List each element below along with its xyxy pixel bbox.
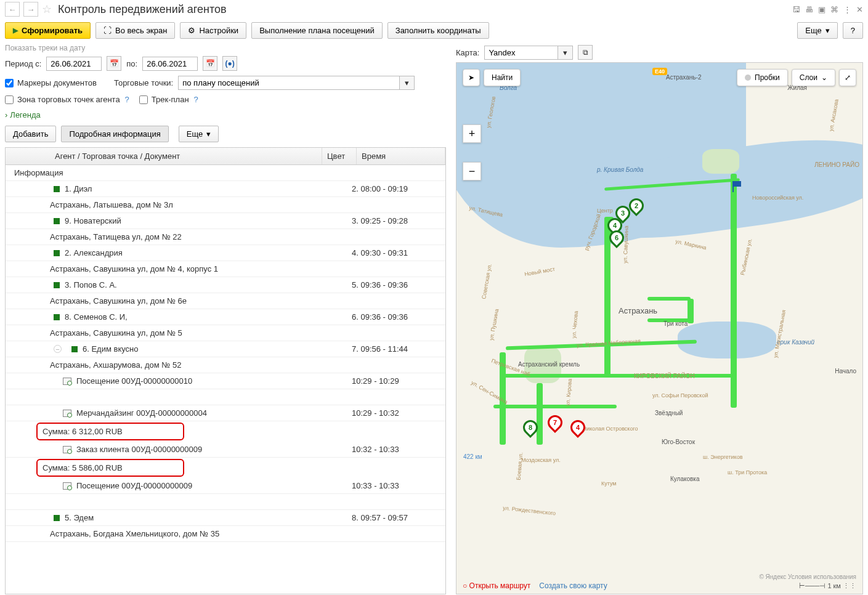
- date-from-input[interactable]: [46, 57, 102, 71]
- fullscreen-button[interactable]: ⛶Во весь экран: [95, 22, 175, 39]
- address-row[interactable]: Астрахань, Савушкина ул, дом № 6е: [6, 293, 445, 309]
- map-label: Юго-Восток: [662, 439, 695, 445]
- report-icon[interactable]: ▣: [818, 5, 825, 14]
- collapse-icon[interactable]: −: [54, 345, 62, 353]
- fullscreen-map-icon[interactable]: ⤢: [839, 69, 856, 86]
- point-name: 5. Эдем: [65, 513, 94, 522]
- traffic-button[interactable]: Пробки: [737, 69, 788, 86]
- calendar-to-icon[interactable]: 📅: [203, 56, 217, 71]
- points-select[interactable]: [178, 76, 400, 90]
- address-text: Астрахань, Савушкина ул, дом № 5: [10, 328, 317, 338]
- blank-row: [6, 389, 445, 405]
- map-provider-select[interactable]: [484, 46, 558, 60]
- time-cell: 4. 09:30 - 09:31: [352, 248, 440, 257]
- map-label: Кулаковка: [670, 476, 700, 482]
- document-row[interactable]: Мерчандайзинг 00УД-0000000000410:29 - 10…: [6, 405, 445, 421]
- markers-checkbox[interactable]: Маркеры документов: [5, 78, 97, 87]
- trackplan-checkbox[interactable]: Трек-план: [139, 95, 189, 104]
- map-label: Кутум: [601, 480, 617, 487]
- open-route-link[interactable]: ○ Открыть маршрут: [463, 581, 530, 590]
- sum-row[interactable]: Сумма: 6 312,00 RUB: [6, 421, 445, 442]
- map-label: Звёздный: [655, 410, 683, 416]
- more-icon[interactable]: ⋮: [843, 5, 851, 14]
- nav-forward[interactable]: →: [23, 2, 38, 17]
- col-time: Время: [357, 148, 445, 164]
- blank-row: [6, 494, 445, 510]
- coords-button[interactable]: Заполнить координаты: [387, 22, 489, 39]
- address-row[interactable]: Астрахань, Савушкина ул, дом № 5: [6, 325, 445, 341]
- col-agent: Агент / Торговая точка / Документ: [6, 148, 322, 164]
- address-row[interactable]: Астрахань, Латышева, дом № 3л: [6, 197, 445, 213]
- table-row[interactable]: 9. Новатерский3. 09:25 - 09:28: [6, 213, 445, 229]
- table-row[interactable]: 8. Семенов С. И,6. 09:36 - 09:36: [6, 309, 445, 325]
- table-row[interactable]: 1. Диэл2. 08:00 - 09:19: [6, 181, 445, 197]
- time-cell: 10:29 - 10:32: [352, 408, 440, 418]
- map-terms: © Яндекс Условия использования: [759, 573, 856, 580]
- map-label: Моздокская ул.: [521, 457, 561, 463]
- zoom-in-button[interactable]: +: [463, 124, 481, 143]
- sum-row[interactable]: Сумма: 5 586,00 RUB: [6, 458, 445, 478]
- agents-grid[interactable]: Агент / Торговая точка / Документ Цвет В…: [5, 147, 446, 594]
- table-row[interactable]: 2. Александрия4. 09:30 - 09:31: [6, 245, 445, 261]
- favorite-star-icon[interactable]: ☆: [42, 2, 52, 16]
- color-marker: [54, 282, 60, 288]
- print-icon[interactable]: 🖶: [805, 5, 813, 14]
- info-row[interactable]: Информация: [6, 165, 445, 181]
- plan-button[interactable]: Выполнение плана посещений: [251, 22, 383, 39]
- map-find-button[interactable]: Найти: [484, 69, 521, 86]
- doc-name: Посещение 00УД-00000000009: [76, 481, 192, 490]
- zone-checkbox[interactable]: Зона торговых точек агента: [5, 95, 120, 104]
- settings-button[interactable]: ⚙Настройки: [180, 22, 246, 39]
- table-row[interactable]: 3. Попов С. А.5. 09:36 - 09:36: [6, 277, 445, 293]
- document-row[interactable]: Посещение 00УД-0000000000910:33 - 10:33: [6, 478, 445, 494]
- nav-back[interactable]: ←: [5, 2, 20, 17]
- create-map-link[interactable]: Создать свою карту: [539, 581, 607, 590]
- address-row[interactable]: Астрахань, Ахшарумова, дом № 52: [6, 357, 445, 373]
- legend-link[interactable]: Легенда: [5, 107, 446, 123]
- document-row[interactable]: Заказ клиента 00УД-0000000000910:32 - 10…: [6, 442, 445, 458]
- details-button[interactable]: Подробная информация: [61, 126, 168, 142]
- document-row[interactable]: Посещение 00УД-0000000001010:29 - 10:29: [6, 373, 445, 389]
- address-text: Астрахань, Татищева ул, дом № 22: [10, 232, 317, 241]
- table-row[interactable]: 5. Эдем8. 09:57 - 09:57: [6, 510, 445, 526]
- color-marker: [54, 218, 60, 224]
- color-marker: [54, 314, 60, 320]
- document-icon: [63, 378, 71, 385]
- provider-dropdown-icon[interactable]: ▾: [558, 46, 573, 60]
- period-to-label: по:: [126, 59, 137, 68]
- address-row[interactable]: Астрахань, Савушкина ул, дом № 4, корпус…: [6, 261, 445, 277]
- map-popout-icon[interactable]: ⧉: [578, 45, 593, 60]
- period-from-label: Период с:: [5, 59, 41, 68]
- table-row[interactable]: −6. Едим вкусно7. 09:56 - 11:44: [6, 341, 445, 357]
- map-label: Астраханский кремль: [518, 361, 580, 368]
- traffic-light-icon: [745, 75, 751, 81]
- generate-button[interactable]: Сформировать: [5, 22, 91, 39]
- add-button[interactable]: Добавить: [5, 126, 56, 142]
- close-icon[interactable]: ✕: [856, 5, 863, 14]
- address-row[interactable]: Астрахань, Богдана Хмельницкого, дом № 3…: [6, 526, 445, 542]
- more-button[interactable]: Еще ▾: [797, 22, 837, 39]
- time-cell: 3. 09:25 - 09:28: [352, 216, 440, 225]
- save-icon[interactable]: 🖫: [792, 5, 800, 14]
- points-dropdown-icon[interactable]: ▾: [400, 76, 415, 90]
- help-button[interactable]: ?: [843, 22, 863, 39]
- zone-help-icon[interactable]: ?: [125, 95, 129, 104]
- time-cell: 2. 08:00 - 09:19: [352, 184, 440, 193]
- refresh-tracks-icon[interactable]: (●): [222, 56, 237, 71]
- trackplan-help-icon[interactable]: ?: [194, 95, 198, 104]
- map-locate-icon[interactable]: ➤: [463, 69, 480, 86]
- zoom-out-button[interactable]: −: [463, 162, 481, 180]
- layers-button[interactable]: Слои ⌄: [792, 69, 835, 86]
- point-name: 1. Диэл: [65, 184, 92, 193]
- calendar-from-icon[interactable]: 📅: [107, 56, 121, 71]
- address-row[interactable]: Астрахань, Татищева ул, дом № 22: [6, 229, 445, 245]
- link-icon[interactable]: ⌘: [830, 5, 838, 14]
- chevron-down-icon: ▾: [825, 26, 830, 35]
- mid-more-button[interactable]: Еще ▾: [179, 126, 219, 142]
- color-marker: [54, 186, 60, 192]
- gear-icon: ⚙: [188, 26, 195, 35]
- map-label: КИРОВСКИЙ РАЙОН: [634, 373, 695, 379]
- map[interactable]: Волга р. Кривая Болда ерик Казачий Новый…: [456, 62, 863, 594]
- point-name: 2. Александрия: [65, 248, 123, 257]
- date-to-input[interactable]: [142, 57, 198, 71]
